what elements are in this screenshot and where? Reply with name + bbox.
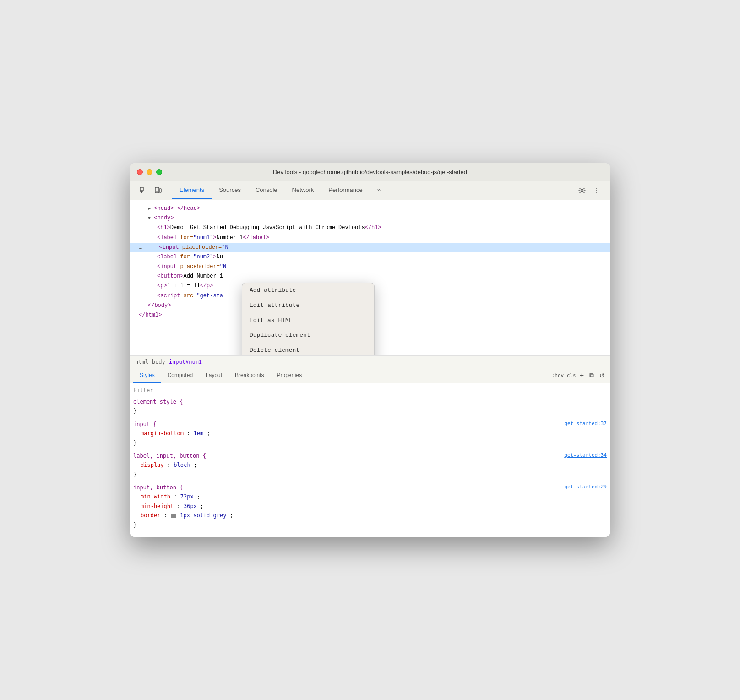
minimize-button[interactable]	[147, 169, 152, 175]
window-title: DevTools - googlechrome.github.io/devtoo…	[137, 169, 603, 175]
dom-line-highlighted: … <input placeholder="N	[130, 243, 610, 252]
dom-panel: ▶ <head> </head> ▼ <body> <h1>Demo: Get …	[130, 200, 610, 356]
style-rule-label-input-button: get-started:34 label, input, button { di…	[133, 451, 607, 479]
toolbar-icons	[133, 181, 168, 200]
breadcrumb-input[interactable]: input#num1	[169, 359, 202, 365]
breadcrumb-html[interactable]: html	[135, 359, 148, 365]
dom-line: <button>Add Number 1	[130, 272, 610, 281]
svg-rect-0	[140, 187, 143, 191]
style-rule-input: get-started:37 input { margin-bottom : 1…	[133, 420, 607, 448]
style-source-link[interactable]: get-started:34	[564, 451, 607, 460]
tab-performance[interactable]: Performance	[321, 182, 370, 199]
color-swatch	[171, 514, 176, 518]
dom-line: <label for="num2">Nu	[130, 252, 610, 262]
inspect-icon[interactable]	[137, 184, 150, 197]
style-rule-input-button: get-started:29 input, button { min-width…	[133, 483, 607, 530]
filter-input[interactable]	[133, 387, 225, 394]
menu-item-duplicate-element[interactable]: Duplicate element	[242, 328, 374, 343]
tab-console[interactable]: Console	[248, 182, 285, 199]
triangle-icon: ▶	[148, 206, 151, 211]
dom-line: <label for="num1">Number 1</label>	[130, 233, 610, 243]
add-style-icon[interactable]: +	[578, 371, 586, 381]
style-source-link[interactable]: get-started:29	[564, 483, 607, 492]
more-options-icon[interactable]: ⋮	[590, 184, 603, 197]
tab-breakpoints[interactable]: Breakpoints	[229, 368, 270, 383]
dom-line: <h1>Demo: Get Started Debugging JavaScri…	[130, 223, 610, 233]
copy-style-icon[interactable]: ⧉	[588, 371, 596, 380]
traffic-lights	[137, 169, 162, 175]
menu-item-delete-element[interactable]: Delete element	[242, 343, 374, 356]
titlebar: DevTools - googlechrome.github.io/devtoo…	[130, 163, 610, 181]
tab-elements[interactable]: Elements	[172, 182, 212, 199]
main-content: ▶ <head> </head> ▼ <body> <h1>Demo: Get …	[130, 200, 610, 537]
style-rule-element: element.style { }	[133, 397, 607, 416]
filter-bar	[133, 387, 607, 394]
svg-rect-4	[159, 189, 161, 192]
close-button[interactable]	[137, 169, 143, 175]
bottom-panel: Styles Computed Layout Breakpoints Prope…	[130, 368, 610, 537]
tab-network[interactable]: Network	[285, 182, 321, 199]
tab-computed[interactable]: Computed	[161, 368, 199, 383]
style-source-link[interactable]: get-started:37	[564, 420, 607, 428]
devtools-window: DevTools - googlechrome.github.io/devtoo…	[130, 163, 610, 537]
tab-sources[interactable]: Sources	[212, 182, 248, 199]
toolbar-divider	[170, 185, 170, 196]
tab-more[interactable]: »	[370, 182, 388, 199]
device-icon[interactable]	[152, 184, 164, 197]
styles-panel: element.style { } get-started:37 input {…	[130, 383, 610, 537]
dom-line: ▶ <head> </head>	[130, 204, 610, 213]
dom-line: ▼ <body>	[130, 213, 610, 223]
toolbar-right: ⋮	[572, 181, 607, 200]
toolbar: Elements Sources Console Network Perform…	[130, 181, 610, 200]
tab-properties[interactable]: Properties	[270, 368, 308, 383]
breadcrumb-body[interactable]: body	[152, 359, 165, 365]
maximize-button[interactable]	[156, 169, 162, 175]
menu-item-add-attribute[interactable]: Add attribute	[242, 283, 374, 298]
context-menu: Add attribute Edit attribute Edit as HTM…	[242, 283, 375, 356]
dom-line: <input placeholder="N	[130, 262, 610, 272]
menu-item-edit-as-html[interactable]: Edit as HTML	[242, 313, 374, 328]
svg-point-6	[581, 189, 583, 191]
tabs: Elements Sources Console Network Perform…	[172, 182, 572, 199]
menu-item-edit-attribute[interactable]: Edit attribute	[242, 298, 374, 313]
tab-layout[interactable]: Layout	[199, 368, 229, 383]
triangle-icon: ▼	[148, 216, 151, 221]
refresh-style-icon[interactable]: ↺	[598, 371, 607, 380]
settings-icon[interactable]	[576, 184, 588, 197]
pseudo-classes: :hov cls	[552, 372, 576, 378]
bottom-tabs: Styles Computed Layout Breakpoints Prope…	[130, 368, 610, 383]
breadcrumb-bar: html body input#num1	[130, 356, 610, 368]
tab-styles[interactable]: Styles	[133, 368, 161, 383]
styles-toolbar-right: :hov cls + ⧉ ↺	[552, 371, 607, 381]
